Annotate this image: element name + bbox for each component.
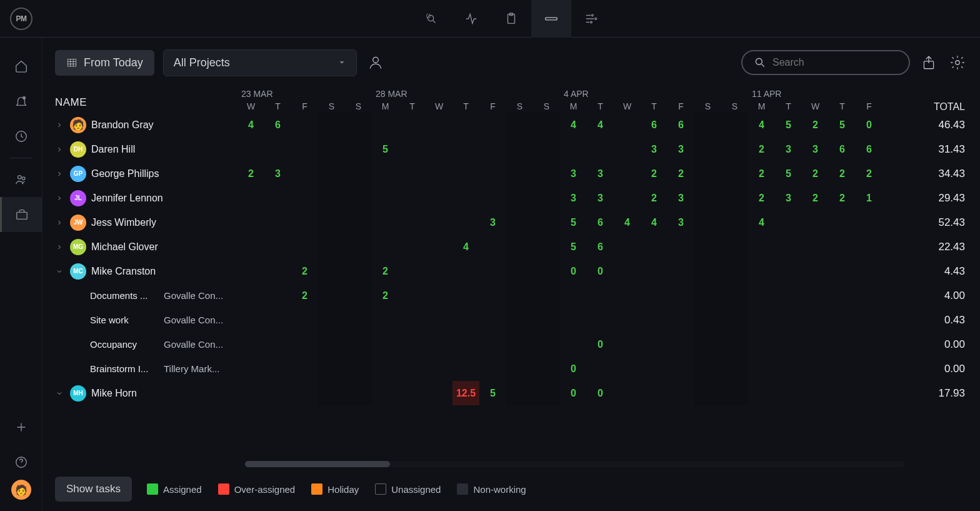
workload-cell[interactable] — [291, 186, 318, 210]
workload-cell[interactable] — [264, 357, 291, 381]
workload-cell[interactable] — [533, 332, 560, 357]
workload-cell[interactable] — [668, 235, 694, 259]
workload-cell[interactable] — [238, 357, 264, 381]
workload-cell[interactable] — [721, 332, 748, 357]
workload-cell[interactable] — [318, 137, 345, 161]
workload-cell[interactable] — [399, 161, 426, 186]
workload-cell[interactable]: 3 — [560, 161, 587, 186]
workload-cell[interactable] — [238, 210, 264, 235]
workload-cell[interactable]: 2 — [829, 161, 856, 186]
share-button[interactable] — [919, 53, 939, 73]
workload-cell[interactable] — [426, 308, 452, 332]
workload-cell[interactable] — [452, 308, 479, 332]
workload-cell[interactable] — [452, 113, 479, 137]
workload-cell[interactable]: 2 — [291, 283, 318, 308]
workload-cell[interactable]: 3 — [802, 137, 829, 161]
workload-cell[interactable] — [291, 235, 318, 259]
workload-cell[interactable] — [829, 210, 856, 235]
workload-cell[interactable] — [748, 308, 775, 332]
workload-cell[interactable] — [721, 161, 748, 186]
workload-cell[interactable] — [721, 308, 748, 332]
user-avatar[interactable]: 🧑 — [11, 480, 31, 500]
workload-cell[interactable] — [318, 113, 345, 137]
workload-cell[interactable] — [694, 186, 721, 210]
workload-cell[interactable]: 3 — [668, 210, 694, 235]
workload-cell[interactable] — [479, 283, 506, 308]
workload-cell[interactable]: 2 — [641, 186, 668, 210]
tab-activity[interactable] — [451, 0, 491, 38]
from-today-button[interactable]: From Today — [55, 50, 154, 76]
workload-cell[interactable]: 6 — [641, 113, 668, 137]
workload-cell[interactable]: 0 — [587, 332, 614, 357]
workload-cell[interactable]: 6 — [829, 137, 856, 161]
workload-cell[interactable] — [614, 357, 641, 381]
workload-cell[interactable] — [506, 137, 533, 161]
workload-cell[interactable] — [856, 381, 882, 405]
workload-cell[interactable]: 2 — [748, 161, 775, 186]
workload-cell[interactable] — [641, 259, 668, 283]
workload-cell[interactable]: 2 — [856, 161, 882, 186]
workload-cell[interactable] — [533, 381, 560, 405]
workload-cell[interactable]: 0 — [560, 357, 587, 381]
workload-cell[interactable]: 2 — [748, 137, 775, 161]
workload-cell[interactable]: 5 — [775, 161, 802, 186]
workload-cell[interactable] — [345, 381, 372, 405]
workload-cell[interactable] — [399, 113, 426, 137]
workload-cell[interactable] — [694, 259, 721, 283]
workload-cell[interactable]: 5 — [829, 113, 856, 137]
workload-cell[interactable] — [587, 137, 614, 161]
workload-cell[interactable]: 0 — [587, 259, 614, 283]
workload-cell[interactable] — [694, 210, 721, 235]
workload-cell[interactable] — [291, 381, 318, 405]
expand-toggle[interactable] — [54, 243, 65, 251]
expand-toggle[interactable] — [54, 195, 65, 202]
workload-cell[interactable] — [426, 113, 452, 137]
workload-cell[interactable] — [345, 186, 372, 210]
workload-cell[interactable] — [318, 259, 345, 283]
workload-cell[interactable] — [345, 161, 372, 186]
workload-cell[interactable] — [345, 308, 372, 332]
nav-recent[interactable] — [0, 119, 42, 154]
workload-cell[interactable]: 2 — [829, 186, 856, 210]
workload-cell[interactable] — [479, 161, 506, 186]
workload-cell[interactable] — [318, 357, 345, 381]
workload-cell[interactable] — [291, 113, 318, 137]
workload-cell[interactable]: 0 — [560, 259, 587, 283]
workload-cell[interactable] — [694, 381, 721, 405]
workload-cell[interactable] — [372, 235, 399, 259]
workload-cell[interactable] — [426, 332, 452, 357]
nav-notifications[interactable] — [0, 84, 42, 119]
workload-cell[interactable] — [345, 210, 372, 235]
workload-cell[interactable]: 5 — [479, 381, 506, 405]
workload-cell[interactable]: 0 — [560, 381, 587, 405]
workload-cell[interactable] — [533, 283, 560, 308]
workload-cell[interactable] — [238, 381, 264, 405]
workload-cell[interactable] — [318, 332, 345, 357]
workload-cell[interactable] — [775, 259, 802, 283]
workload-cell[interactable] — [318, 161, 345, 186]
workload-cell[interactable]: 6 — [264, 113, 291, 137]
workload-cell[interactable] — [775, 283, 802, 308]
workload-cell[interactable] — [533, 137, 560, 161]
workload-cell[interactable]: 3 — [479, 210, 506, 235]
workload-cell[interactable]: 3 — [775, 137, 802, 161]
workload-cell[interactable] — [479, 113, 506, 137]
workload-cell[interactable] — [238, 332, 264, 357]
workload-cell[interactable] — [856, 308, 882, 332]
workload-cell[interactable] — [721, 259, 748, 283]
workload-cell[interactable] — [829, 357, 856, 381]
workload-cell[interactable] — [426, 210, 452, 235]
workload-cell[interactable] — [614, 161, 641, 186]
workload-cell[interactable] — [452, 210, 479, 235]
workload-cell[interactable] — [641, 357, 668, 381]
workload-cell[interactable]: 3 — [668, 186, 694, 210]
person-filter-button[interactable] — [366, 53, 386, 73]
workload-cell[interactable] — [264, 210, 291, 235]
workload-cell[interactable] — [506, 332, 533, 357]
workload-cell[interactable] — [264, 381, 291, 405]
workload-cell[interactable] — [506, 113, 533, 137]
workload-cell[interactable]: 3 — [264, 161, 291, 186]
workload-cell[interactable] — [721, 210, 748, 235]
workload-cell[interactable]: 6 — [587, 210, 614, 235]
workload-cell[interactable] — [802, 308, 829, 332]
